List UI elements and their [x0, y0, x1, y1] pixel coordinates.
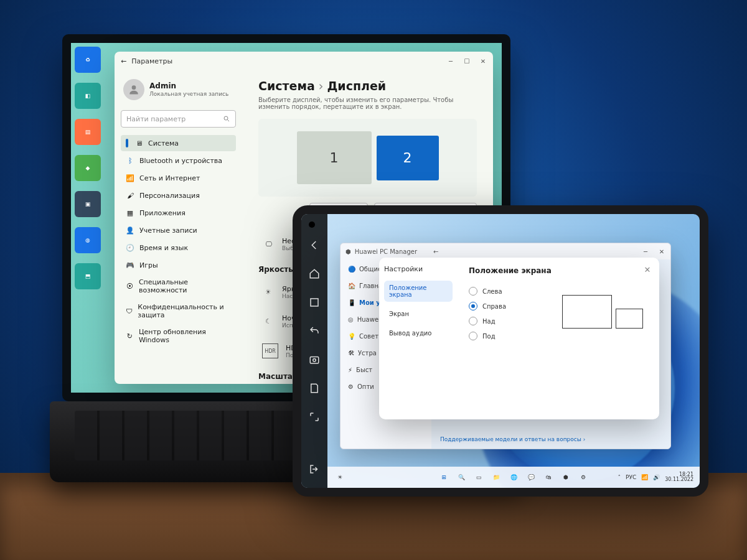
- weather-widget[interactable]: ☀: [334, 471, 346, 483]
- sidebar-item-accounts[interactable]: 👤Учетные записи: [121, 222, 236, 238]
- home-icon[interactable]: [308, 268, 321, 280]
- recycle-bin-icon[interactable]: ♻: [75, 47, 101, 73]
- breadcrumb-root[interactable]: Система: [258, 79, 315, 93]
- start-icon[interactable]: ⊞: [438, 471, 450, 483]
- sidebar-item-privacy[interactable]: 🛡Конфиденциальность и защита: [121, 299, 236, 323]
- close-icon[interactable]: ✕: [479, 57, 487, 65]
- breadcrumb-current: Дисплей: [327, 79, 386, 93]
- close-icon[interactable]: ✕: [658, 248, 665, 255]
- tray-volume-icon[interactable]: 🔊: [653, 474, 660, 480]
- sidebar-item-personalization[interactable]: 🖌Персонализация: [121, 187, 236, 203]
- search-input[interactable]: Найти параметр: [121, 110, 236, 128]
- desktop-app-icon[interactable]: ▣: [75, 191, 101, 217]
- settings-titlebar: ← Параметры ─ ☐ ✕: [115, 52, 493, 70]
- svg-rect-4: [310, 357, 319, 364]
- save-icon[interactable]: [308, 382, 321, 394]
- store-icon[interactable]: 🛍: [542, 471, 555, 483]
- monitor-2[interactable]: 2: [377, 136, 439, 180]
- sidebar-item-bluetooth[interactable]: ᛒBluetooth и устройства: [121, 152, 236, 169]
- tray-clock[interactable]: 18:21 30.11.2022: [665, 472, 693, 482]
- sidebar-item-gaming[interactable]: 🎮Игры: [121, 257, 236, 273]
- tab-audio-output[interactable]: Вывод аудио: [384, 326, 453, 340]
- diagram-main-screen: [562, 295, 612, 329]
- monitors-icon: 🖵: [262, 238, 275, 251]
- app-icon: ⬢: [345, 248, 351, 255]
- tab-screen[interactable]: Экран: [384, 307, 453, 321]
- dialog-heading: Положение экрана: [469, 266, 648, 275]
- tray-chevron-icon[interactable]: ˄: [618, 474, 621, 480]
- edge-icon[interactable]: 🌐: [507, 471, 520, 483]
- option-below[interactable]: Под: [469, 329, 648, 343]
- minimize-icon[interactable]: ─: [447, 57, 454, 65]
- pcmanager-icon[interactable]: ⬢: [560, 471, 572, 483]
- instruction-text: Выберите дисплей, чтобы изменить его пар…: [258, 96, 477, 110]
- accessibility-icon: ⦿: [126, 282, 134, 291]
- screen-position-dialog: Настройки Положение экрана Экран Вывод а…: [379, 258, 659, 419]
- back-icon[interactable]: [308, 239, 321, 251]
- account-block[interactable]: Admin Локальная учетная запись: [121, 75, 236, 104]
- pcm-title: Huawei PC Manager: [355, 248, 417, 255]
- account-name: Admin: [149, 82, 228, 90]
- monitor-1[interactable]: 1: [297, 131, 372, 184]
- desktop-app-icon[interactable]: ◍: [75, 227, 101, 253]
- exit-icon[interactable]: [308, 463, 321, 475]
- close-icon[interactable]: ✕: [642, 264, 653, 275]
- undo-icon[interactable]: [308, 325, 321, 337]
- monitor-arrangement[interactable]: 1 2: [258, 119, 477, 197]
- svg-point-5: [313, 359, 316, 362]
- wifi-icon: 📶: [126, 174, 134, 182]
- svg-point-1: [224, 116, 228, 120]
- tablet-screen: ⬢ Huawei PC Manager ← ─ ✕ 🔵 Общие 🏠 Глав…: [301, 214, 700, 488]
- tray-language[interactable]: РУС: [626, 474, 636, 480]
- chat-icon[interactable]: 💬: [525, 471, 537, 483]
- expand-icon[interactable]: [308, 411, 321, 423]
- person-icon: 👤: [126, 226, 134, 235]
- grid-icon: ▦: [126, 208, 134, 217]
- search-icon: [223, 115, 230, 123]
- desktop-app-icon[interactable]: ◧: [75, 83, 101, 109]
- sidebar-item-time[interactable]: 🕘Время и язык: [121, 240, 236, 256]
- svg-rect-3: [311, 299, 318, 306]
- sidebar-item-accessibility[interactable]: ⦿Специальные возможности: [121, 274, 236, 298]
- settings-app-title: Параметры: [131, 57, 172, 65]
- tray-wifi-icon[interactable]: 📶: [641, 474, 648, 480]
- bluetooth-icon: ᛒ: [126, 156, 134, 165]
- maximize-icon[interactable]: ☐: [463, 57, 471, 65]
- taskbar: ☀ ⊞ 🔍 ▭ 📁 🌐 💬 🛍 ⬢ ⚙ ˄ РУС 📶 🔊 18:21 30.: [327, 467, 700, 488]
- position-diagram: [562, 295, 643, 329]
- sidebar-item-network[interactable]: 📶Сеть и Интернет: [121, 170, 236, 186]
- taskview-icon[interactable]: ▭: [472, 471, 485, 483]
- brush-icon: 🖌: [126, 191, 134, 200]
- explorer-icon[interactable]: 📁: [490, 471, 502, 483]
- minimize-icon[interactable]: ─: [642, 248, 649, 255]
- monitor-icon: 🖥: [134, 139, 143, 147]
- search-icon[interactable]: 🔍: [455, 471, 467, 483]
- back-button[interactable]: ←: [433, 248, 438, 255]
- taskbar-center: ⊞ 🔍 ▭ 📁 🌐 💬 🛍 ⬢ ⚙: [438, 471, 590, 483]
- desktop-app-icon[interactable]: ⬒: [75, 263, 101, 289]
- recent-icon[interactable]: [308, 296, 321, 309]
- moon-icon: ☾: [262, 315, 275, 328]
- screenshot-icon[interactable]: [308, 353, 321, 366]
- account-type: Локальная учетная запись: [149, 91, 228, 98]
- svg-line-2: [228, 120, 230, 122]
- sun-icon: ☀: [262, 286, 275, 299]
- sidebar-item-update[interactable]: ↻Центр обновления Windows: [121, 324, 236, 348]
- shield-icon: 🛡: [126, 307, 133, 315]
- diagram-second-screen: [616, 309, 643, 329]
- desktop-app-icon[interactable]: ◆: [75, 155, 101, 181]
- tablet-device: ⬢ Huawei PC Manager ← ─ ✕ 🔵 Общие 🏠 Глав…: [293, 205, 708, 497]
- supported-models-link[interactable]: Поддерживаемые модели и ответы на вопрос…: [440, 436, 585, 442]
- clock-icon: 🕘: [126, 243, 134, 252]
- settings-icon[interactable]: ⚙: [577, 471, 590, 483]
- desktop-app-icon[interactable]: ▤: [75, 119, 101, 145]
- tablet-nav-bar: [301, 214, 327, 488]
- dialog-side-title: Настройки: [384, 265, 453, 273]
- gamepad-icon: 🎮: [126, 261, 134, 269]
- sidebar-item-apps[interactable]: ▦Приложения: [121, 205, 236, 221]
- back-arrow-icon[interactable]: ←: [121, 57, 126, 65]
- avatar-icon: [123, 79, 144, 100]
- sidebar-item-system[interactable]: 🖥Система: [121, 135, 236, 151]
- dialog-sidebar: Настройки Положение экрана Экран Вывод а…: [379, 258, 458, 419]
- tab-screen-position[interactable]: Положение экрана: [384, 281, 453, 302]
